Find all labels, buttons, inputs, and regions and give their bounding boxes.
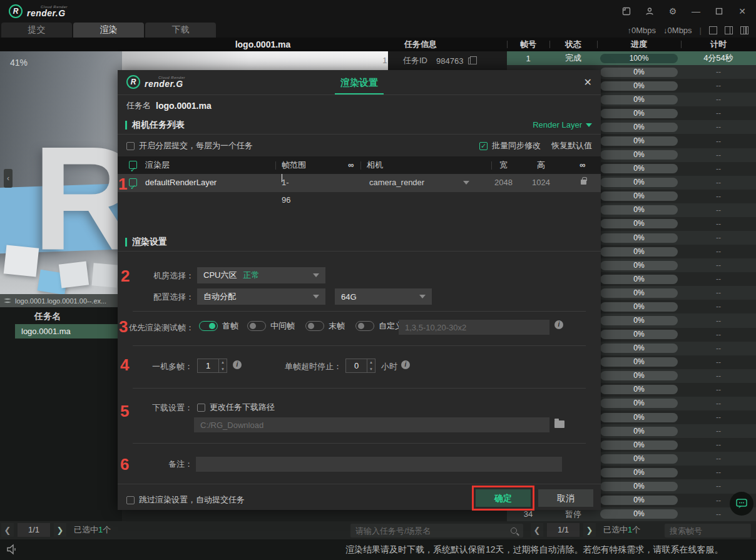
tab-render[interactable]: 渲染 [73, 23, 144, 38]
annotation-step: 3 [119, 317, 128, 337]
page-indicator-right: 1/1 [547, 523, 580, 537]
dialog-close-icon[interactable]: ✕ [584, 76, 592, 88]
batch-sync-checkbox[interactable] [479, 142, 488, 150]
task-search-input[interactable] [350, 526, 511, 536]
frame-time: -- [681, 220, 756, 228]
change-path-checkbox[interactable] [197, 404, 205, 412]
frame-time: -- [681, 233, 756, 242]
info-icon[interactable]: i [554, 320, 563, 329]
output-file-bar[interactable]: logo.0001.logo.0001.00--.ex... [0, 294, 122, 307]
render-layer-dropdown[interactable]: Render Layer [533, 120, 601, 130]
layout-columns-icon[interactable] [740, 26, 748, 34]
progress-pill: 0% [600, 344, 678, 353]
maximize-button[interactable] [714, 6, 724, 16]
tab-download[interactable]: 下载 [145, 23, 216, 38]
scene-title: logo.0001.ma [122, 38, 404, 51]
frame-time: -- [681, 372, 756, 380]
task-name-label: 任务名 [126, 100, 151, 111]
frame-time: -- [681, 95, 756, 104]
settings-gear-icon[interactable]: ⚙ [668, 6, 678, 16]
tab-submit[interactable]: 提交 [1, 23, 72, 38]
chevron-down-icon[interactable] [463, 181, 469, 185]
skip-settings-checkbox[interactable] [126, 496, 135, 504]
task-list-item-selected[interactable]: logo.0001.ma [15, 324, 122, 339]
progress-pill: 0% [600, 440, 678, 450]
task-search-box[interactable] [350, 524, 523, 537]
frame-search-box[interactable] [665, 524, 751, 537]
info-icon[interactable]: i [401, 360, 410, 369]
layout-single-icon[interactable] [709, 26, 717, 34]
minimize-button[interactable]: — [691, 6, 701, 16]
download-label: 下载设置： [126, 402, 193, 414]
frame-time: -- [681, 178, 756, 187]
memory-select[interactable]: 64G [335, 288, 432, 305]
layer-table-row[interactable]: defaultRenderLayer 1-96 camera_render 20… [118, 174, 601, 192]
select-all-checkbox[interactable] [129, 161, 137, 169]
col-frame-range: 帧范围 [282, 156, 306, 174]
progress-pill: 0% [600, 302, 678, 312]
link-icon[interactable]: ∞ [580, 156, 585, 174]
retention-notice: 渲染结果请及时下载，系统默认保留12天，过期将自动清除。若您有特殊需求，请联系在… [345, 544, 723, 556]
render-preview: R 41% ‹ [0, 51, 122, 294]
restore-default-button[interactable]: 恢复默认值 [551, 140, 592, 151]
download-path-input[interactable] [194, 417, 549, 432]
col-header-status: 状态 [549, 38, 597, 51]
col-render-layer: 渲染层 [145, 156, 170, 174]
folder-icon[interactable] [554, 420, 564, 428]
frame-time: -- [681, 68, 756, 76]
user-icon[interactable] [645, 6, 655, 16]
progress-pill: 0% [600, 136, 678, 146]
custom-frame-toggle[interactable] [355, 321, 374, 331]
speaker-icon[interactable] [6, 544, 19, 557]
first-frame-toggle[interactable] [199, 321, 218, 331]
progress-pill: 0% [600, 330, 678, 339]
layered-submit-checkbox[interactable] [126, 142, 135, 150]
progress-pill: 0% [600, 385, 678, 394]
next-page-button-left[interactable]: ❯ [54, 523, 66, 537]
frame-search-input[interactable] [665, 526, 756, 536]
multi-frame-stepper[interactable]: 1 ▲▼ [197, 359, 227, 373]
next-page-button-right[interactable]: ❯ [583, 523, 596, 537]
col-width: 宽 [499, 156, 508, 174]
timeout-stepper[interactable]: 0 ▲▼ [345, 359, 375, 373]
frame-number: 1 [507, 54, 549, 63]
close-button[interactable]: ✕ [737, 6, 747, 16]
workspace-icon[interactable] [621, 6, 631, 16]
progress-pill: 0% [600, 427, 678, 436]
collapse-panel-handle[interactable]: ‹ [4, 169, 13, 188]
config-select[interactable]: 自动分配 [197, 288, 325, 305]
pagination-bar: ❮ 1/1 ❯ 已选中1个 ❮ 1/1 ❯ 已选中1个 [0, 521, 756, 539]
first-frame-label: 首帧 [222, 320, 238, 332]
render-section-header: 渲染设置 [118, 233, 601, 252]
info-icon[interactable]: i [233, 360, 242, 369]
change-path-label: 更改任务下载路径 [210, 402, 275, 413]
lock-icon[interactable] [581, 180, 586, 185]
remark-input[interactable] [196, 457, 562, 472]
room-select[interactable]: CPU六区 正常 [197, 267, 325, 283]
frame-time: -- [681, 192, 756, 201]
last-frame-toggle[interactable] [305, 321, 324, 331]
middle-frame-toggle[interactable] [247, 321, 266, 331]
custom-frames-input[interactable] [399, 320, 549, 335]
camera-select[interactable]: camera_render [369, 174, 424, 191]
progress-pill: 0% [600, 509, 678, 519]
middle-frame-label: 中间帧 [270, 320, 295, 332]
cancel-button[interactable]: 取消 [538, 489, 593, 507]
height-value[interactable]: 1024 [532, 174, 550, 191]
download-speed: ↓0Mbps [663, 26, 692, 35]
layer-checkbox[interactable] [129, 178, 137, 186]
progress-pill: 0% [600, 482, 678, 491]
layout-split-icon[interactable] [725, 26, 733, 34]
frame-thumbnail-strip[interactable]: 1 帧 [122, 51, 404, 70]
copy-icon[interactable] [468, 58, 474, 64]
frame-number: 34 [507, 509, 549, 519]
customer-service-chat-button[interactable] [730, 492, 753, 516]
progress-pill: 0% [600, 399, 678, 408]
prev-page-button-right[interactable]: ❮ [531, 523, 543, 537]
timeout-unit: 小时 [381, 361, 397, 372]
width-value[interactable]: 2048 [494, 174, 513, 191]
link-icon[interactable]: ∞ [348, 156, 354, 174]
selected-count-left: 已选中1个 [74, 524, 111, 536]
progress-pill: 0% [600, 191, 678, 201]
prev-page-button-left[interactable]: ❮ [1, 523, 14, 537]
